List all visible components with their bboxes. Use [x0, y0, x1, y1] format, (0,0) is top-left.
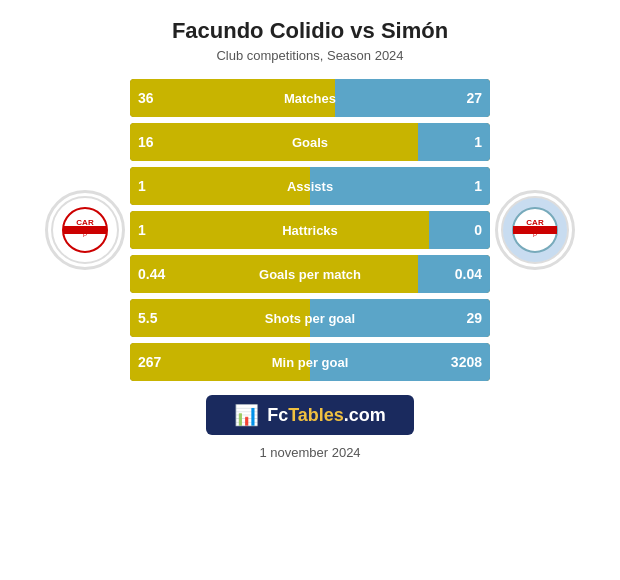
stat-right-value: 0.04 — [418, 255, 490, 293]
stat-row: 5.5Shots per goal29 — [130, 299, 490, 337]
stat-right-value: 0 — [429, 211, 490, 249]
stat-right-value: 29 — [310, 299, 490, 337]
svg-text:P: P — [533, 232, 537, 238]
badge-left: CAR P — [40, 190, 130, 270]
stat-left-value: 1 — [130, 211, 429, 249]
banner-text: FcTables.com — [267, 405, 386, 426]
stat-left-value: 5.5 — [130, 299, 310, 337]
stat-left-value: 16 — [130, 123, 418, 161]
team-badge-left: CAR P — [45, 190, 125, 270]
stat-right-value: 1 — [310, 167, 490, 205]
svg-text:P: P — [83, 232, 87, 238]
banner-icon: 📊 — [234, 403, 259, 427]
stat-right-value: 27 — [335, 79, 490, 117]
stat-left-value: 36 — [130, 79, 335, 117]
page-header: Facundo Colidio vs Simón Club competitio… — [162, 0, 458, 69]
stat-row: 1Assists1 — [130, 167, 490, 205]
stat-row: 16Goals1 — [130, 123, 490, 161]
stat-left-value: 1 — [130, 167, 310, 205]
stat-row: 267Min per goal3208 — [130, 343, 490, 381]
team-badge-right: CAR P — [495, 190, 575, 270]
page-title: Facundo Colidio vs Simón — [172, 18, 448, 44]
comparison-area: CAR P 36Matches2716Goals11Assists11Hattr… — [0, 69, 620, 381]
stat-row: 1Hattricks0 — [130, 211, 490, 249]
stats-container: 36Matches2716Goals11Assists11Hattricks00… — [130, 79, 490, 381]
badge-right: CAR P — [490, 190, 580, 270]
svg-text:CAR: CAR — [526, 218, 544, 227]
footer-date: 1 november 2024 — [259, 445, 360, 460]
svg-text:CAR: CAR — [76, 218, 94, 227]
stat-row: 36Matches27 — [130, 79, 490, 117]
stat-row: 0.44Goals per match0.04 — [130, 255, 490, 293]
fctables-banner: 📊 FcTables.com — [206, 395, 414, 435]
stat-right-value: 1 — [418, 123, 490, 161]
stat-left-value: 267 — [130, 343, 310, 381]
subtitle: Club competitions, Season 2024 — [172, 48, 448, 63]
stat-right-value: 3208 — [310, 343, 490, 381]
stat-left-value: 0.44 — [130, 255, 418, 293]
